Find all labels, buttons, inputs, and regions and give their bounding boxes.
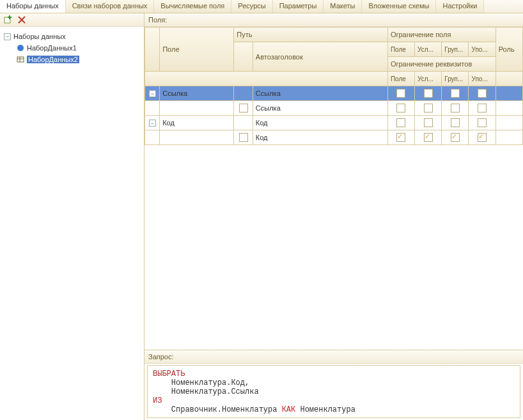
cell-role[interactable] [496,101,522,116]
svg-rect-6 [17,57,24,62]
query-area: Запрос: ВЫБРАТЬ Номенклатура.Код, Номенк… [144,350,523,420]
table-row[interactable]: −КодКод [145,116,523,130]
table-row[interactable]: −СсылкаСсылка [145,86,523,101]
restrict-checkbox[interactable] [396,118,405,127]
query-text[interactable]: ВЫБРАТЬ Номенклатура.Код, Номенклатура.С… [147,365,520,418]
col-c2b[interactable]: Усл... [415,72,442,86]
tree-item-selected[interactable]: НаборДанных2 [3,54,141,65]
cell-field[interactable]: Код [160,116,234,130]
col-c3[interactable]: Груп... [442,42,469,57]
col-lim-field[interactable]: Ограничение поля [387,27,496,42]
cell-path[interactable]: Код [253,116,387,130]
grid-body: −СсылкаСсылкаСсылка−КодКодКод [145,86,523,145]
restrict-checkbox[interactable] [396,89,405,98]
cell-field[interactable] [160,130,234,145]
restrict-checkbox[interactable] [451,104,460,113]
restrict-checkbox[interactable] [451,133,460,142]
dataset-table-icon [17,56,24,63]
col-c4b[interactable]: Упо... [469,72,496,86]
row-expander-icon[interactable]: − [149,90,156,97]
tab-bar: Наборы данных Связи наборов данных Вычис… [0,0,523,13]
add-dataset-icon[interactable] [4,15,13,24]
tree-item-label: НаборДанных2 [27,56,79,63]
col-field[interactable]: Поле [160,27,234,72]
restrict-checkbox[interactable] [478,104,487,113]
restrict-checkbox[interactable] [396,104,405,113]
col-lim-req[interactable]: Ограничение реквизитов [387,57,496,72]
tab-settings[interactable]: Настройки [436,0,484,13]
tab-resources[interactable]: Ресурсы [231,0,272,13]
cell-role[interactable] [496,130,522,145]
query-label: Запрос: [144,350,523,364]
tree-item-label: НаборДанных1 [27,44,77,52]
table-row[interactable]: Ссылка [145,101,523,116]
tree-item[interactable]: НаборДанных1 [3,42,141,54]
restrict-checkbox[interactable] [478,89,487,98]
cell-role[interactable] [496,86,522,101]
restrict-checkbox[interactable] [451,89,460,98]
expander-icon[interactable]: − [4,33,11,40]
fields-label: Поля: [144,13,523,27]
col-path[interactable]: Путь [234,27,388,42]
tab-datasets[interactable]: Наборы данных [0,0,66,13]
tab-layouts[interactable]: Макеты [324,0,362,13]
restrict-checkbox[interactable] [451,118,460,127]
col-c4[interactable]: Упо... [469,42,496,57]
table-row[interactable]: Код [145,130,523,145]
fields-grid-wrap[interactable]: Поле Путь Ограничение поля Роль Автозаго… [144,27,523,350]
fields-grid[interactable]: Поле Путь Ограничение поля Роль Автозаго… [144,27,523,145]
content-area: Поля: Поле Путь Ограничение поля Роль [144,13,523,420]
col-c3b[interactable]: Груп... [442,72,469,86]
tree-root-label: Наборы данных [13,33,66,40]
path-checkbox[interactable] [239,104,248,113]
col-path-cb [234,42,253,72]
tab-nested[interactable]: Вложенные схемы [362,0,436,13]
col-c2[interactable]: Усл... [415,42,442,57]
col-expander [145,27,160,72]
tab-calc[interactable]: Вычисляемые поля [154,0,231,13]
tree-root[interactable]: − Наборы данных [3,31,141,42]
restrict-checkbox[interactable] [424,133,433,142]
cell-role[interactable] [496,116,522,130]
col-role[interactable]: Роль [496,27,522,72]
col-c1b[interactable]: Поле [387,72,414,86]
restrict-checkbox[interactable] [424,89,433,98]
tab-links[interactable]: Связи наборов данных [66,0,155,13]
col-c1[interactable]: Поле [387,42,414,57]
tab-params[interactable]: Параметры [273,0,324,13]
row-expander-icon[interactable]: − [149,120,156,127]
restrict-checkbox[interactable] [396,133,405,142]
cell-path[interactable]: Ссылка [253,86,387,101]
sidebar: − Наборы данных НаборДанных1 НаборДанных… [0,13,144,420]
cell-path[interactable]: Ссылка [253,101,387,116]
cell-field[interactable] [160,101,234,116]
dataset-tree[interactable]: − Наборы данных НаборДанных1 НаборДанных… [0,27,144,420]
cell-field[interactable]: Ссылка [160,86,234,101]
col-autoheader[interactable]: Автозаголовок [253,42,387,72]
restrict-checkbox[interactable] [424,118,433,127]
delete-icon[interactable] [18,16,26,24]
restrict-checkbox[interactable] [478,118,487,127]
restrict-checkbox[interactable] [424,104,433,113]
svg-rect-2 [8,17,12,18]
sidebar-toolbar [0,13,144,27]
svg-point-5 [17,45,24,51]
path-checkbox[interactable] [239,133,248,142]
cell-path[interactable]: Код [253,130,387,145]
dataset-icon [17,44,24,52]
restrict-checkbox[interactable] [478,133,487,142]
